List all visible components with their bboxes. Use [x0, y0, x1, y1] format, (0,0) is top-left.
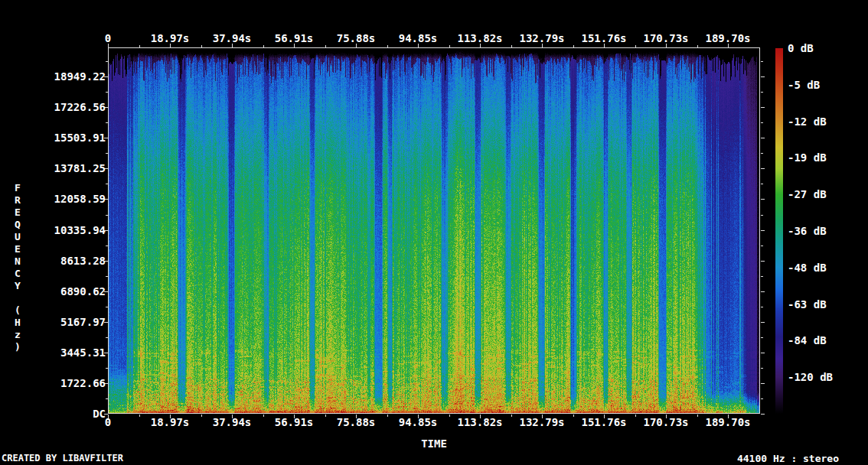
freq-major-tick [761, 353, 765, 353]
freq-minor-tick [106, 307, 108, 307]
freq-major-tick [761, 322, 765, 323]
freq-minor-tick [106, 398, 108, 399]
time-tick-label-top: 189.70s [693, 34, 762, 44]
time-minor-tick [635, 415, 636, 417]
freq-tick-label: 3445.31 [0, 347, 106, 358]
freq-major-tick [761, 261, 765, 262]
time-minor-tick [697, 415, 698, 417]
time-tick-label-bottom: 18.97s [135, 418, 204, 428]
freq-minor-tick [106, 215, 108, 216]
freq-major-tick [761, 230, 765, 231]
freq-minor-tick [761, 153, 763, 154]
stream-info: 44100 Hz : stereo [689, 453, 839, 464]
time-minor-tick [325, 45, 326, 47]
frequency-axis-title: FREQUENCY (Hz) [9, 182, 26, 353]
freq-minor-tick [761, 122, 763, 123]
time-minor-tick [697, 45, 698, 47]
time-minor-tick [449, 45, 450, 47]
time-tick-label-top: 113.82s [445, 34, 514, 44]
time-minor-tick [511, 45, 512, 47]
frequency-axis-title-char: E [9, 243, 26, 255]
freq-major-tick [761, 383, 765, 384]
freq-tick-label: 15503.91 [0, 132, 106, 143]
time-tick-label-top: 151.76s [569, 34, 638, 44]
freq-tick-label: 12058.59 [0, 193, 106, 204]
colorbar-gradient [775, 48, 783, 414]
legend-entry-label: -27 dB [788, 189, 827, 200]
legend-entry-label: 0 dB [788, 43, 814, 54]
frequency-axis-title-char: E [9, 206, 26, 219]
freq-major-tick [761, 414, 765, 415]
time-tick-label-bottom: 56.91s [259, 418, 328, 428]
freq-tick-label: 6890.62 [0, 286, 106, 297]
legend-entry-label: -19 dB [788, 152, 827, 163]
time-tick-label-bottom: 170.73s [631, 418, 700, 428]
freq-minor-tick [761, 398, 763, 399]
frequency-axis-title-char: z [9, 329, 26, 341]
time-minor-tick [263, 45, 264, 47]
freq-tick-label: DC [0, 408, 106, 419]
freq-tick-label: 18949.22 [0, 71, 106, 82]
time-minor-tick [449, 415, 450, 417]
time-tick-label-top: 56.91s [259, 34, 328, 44]
freq-major-tick [761, 107, 765, 108]
time-tick-label-bottom: 37.94s [197, 418, 266, 428]
legend-entry-label: -84 dB [788, 335, 827, 346]
frequency-axis-title-char: C [9, 268, 26, 280]
freq-minor-tick [106, 337, 108, 338]
time-minor-tick [263, 415, 264, 417]
freq-major-tick [761, 291, 765, 292]
freq-minor-tick [106, 276, 108, 277]
freq-tick-label: 13781.25 [0, 163, 106, 174]
freq-major-tick [761, 199, 765, 200]
time-tick-label-top: 170.73s [631, 34, 700, 44]
legend-entry-label: -48 dB [788, 262, 827, 273]
freq-minor-tick [106, 61, 108, 62]
spectrogram-window: FREQUENCY (Hz) TIME CREATED BY LIBAVFILT… [0, 0, 868, 465]
freq-tick-label: 10335.94 [0, 225, 106, 236]
freq-major-tick [761, 138, 765, 138]
time-tick-label-top: 132.79s [507, 34, 576, 44]
time-tick-label-top: 18.97s [135, 34, 204, 44]
time-tick-label-bottom: 94.85s [383, 418, 452, 428]
time-minor-tick [387, 415, 388, 417]
time-minor-tick [573, 415, 574, 417]
freq-minor-tick [761, 246, 763, 246]
freq-minor-tick [106, 246, 108, 246]
freq-minor-tick [761, 61, 763, 62]
frequency-axis-title-char: ( [9, 304, 26, 317]
time-minor-tick [387, 45, 388, 47]
freq-tick-label: 5167.97 [0, 317, 106, 327]
freq-tick-label: 1722.66 [0, 378, 106, 389]
freq-major-tick [761, 168, 765, 169]
legend-entry-label: -120 dB [788, 372, 833, 382]
freq-minor-tick [106, 153, 108, 154]
legend-entry-label: -36 dB [788, 226, 827, 236]
time-axis-title: TIME [403, 437, 465, 450]
freq-minor-tick [106, 368, 108, 369]
time-minor-tick [201, 45, 202, 47]
freq-minor-tick [761, 184, 763, 184]
time-tick-label-top: 0 [73, 34, 142, 44]
creator-note: CREATED BY LIBAVFILTER [2, 453, 123, 463]
freq-tick-label: 17226.56 [0, 102, 106, 112]
freq-minor-tick [761, 307, 763, 307]
freq-minor-tick [761, 368, 763, 369]
time-tick-label-top: 37.94s [197, 34, 266, 44]
freq-minor-tick [761, 92, 763, 93]
legend-entry-label: -5 dB [788, 80, 820, 90]
freq-major-tick [761, 76, 765, 77]
freq-minor-tick [106, 184, 108, 184]
time-minor-tick [511, 415, 512, 417]
freq-minor-tick [106, 92, 108, 93]
frequency-axis-title-char: F [9, 182, 26, 194]
legend-entry-label: -63 dB [788, 299, 827, 310]
time-tick-label-bottom: 113.82s [445, 418, 514, 428]
time-minor-tick [325, 415, 326, 417]
time-minor-tick [573, 45, 574, 47]
time-tick-label-bottom: 151.76s [569, 418, 638, 428]
time-minor-tick [635, 45, 636, 47]
time-tick-label-bottom: 75.88s [321, 418, 390, 428]
time-tick-label-top: 75.88s [321, 34, 390, 44]
time-minor-tick [139, 45, 140, 47]
